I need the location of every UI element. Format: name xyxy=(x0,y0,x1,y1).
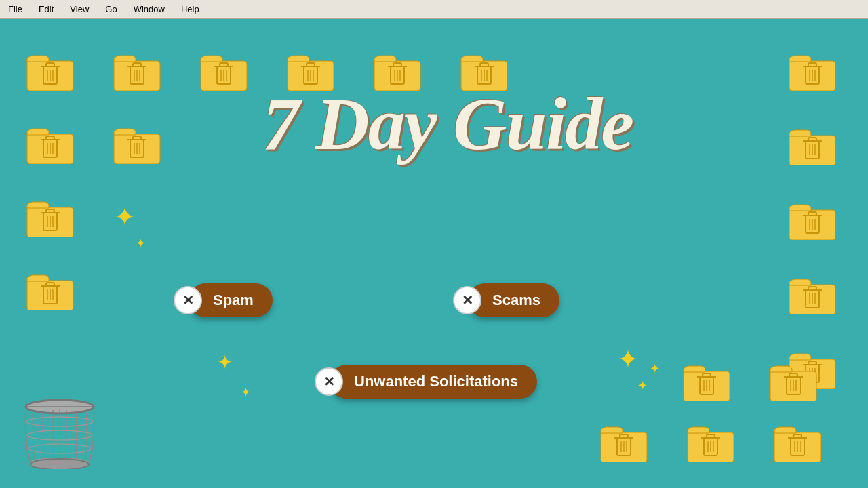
svg-line-123 xyxy=(53,410,54,465)
scams-close-button[interactable]: ✕ xyxy=(453,286,481,314)
folder-12[interactable] xyxy=(785,122,840,169)
main-area: 7 Day Guide ✦ ✦ ✦ ✦ ✦ ✦ ✦ ✕ Spam ✕ Scams… xyxy=(0,19,868,488)
unwanted-close-button[interactable]: ✕ xyxy=(315,367,343,396)
sparkle-7: ✦ xyxy=(637,378,648,393)
sparkle-3: ✦ xyxy=(217,351,233,373)
menu-go[interactable]: Go xyxy=(102,3,119,16)
unwanted-label: Unwanted Solicitations xyxy=(330,365,537,399)
svg-line-126 xyxy=(76,411,77,465)
svg-line-127 xyxy=(85,413,87,464)
menu-file[interactable]: File xyxy=(5,3,25,16)
folder-17[interactable] xyxy=(766,358,821,405)
main-title: 7 Day Guide xyxy=(176,87,719,161)
folder-20[interactable] xyxy=(770,419,825,466)
folder-14[interactable] xyxy=(785,271,840,319)
spam-tag[interactable]: ✕ Spam xyxy=(174,283,273,317)
svg-line-121 xyxy=(33,413,34,464)
sparkle-5: ✦ xyxy=(617,344,639,374)
folder-8[interactable] xyxy=(110,121,164,168)
menu-edit[interactable]: Edit xyxy=(36,3,56,16)
folder-2[interactable] xyxy=(110,47,164,95)
folder-18[interactable] xyxy=(597,419,651,466)
menu-window[interactable]: Window xyxy=(131,3,167,16)
folder-16[interactable] xyxy=(679,358,734,405)
folder-9[interactable] xyxy=(23,194,77,241)
sparkle-4: ✦ xyxy=(241,385,251,400)
sparkle-6: ✦ xyxy=(650,361,660,376)
folder-7[interactable] xyxy=(23,121,77,168)
scams-label: Scams xyxy=(468,283,559,317)
trash-can[interactable] xyxy=(19,374,100,469)
menubar: File Edit View Go Window Help xyxy=(0,0,868,19)
svg-point-133 xyxy=(31,459,89,469)
folder-10[interactable] xyxy=(23,267,77,314)
menu-help[interactable]: Help xyxy=(178,3,202,16)
menu-view[interactable]: View xyxy=(67,3,92,16)
spam-close-button[interactable]: ✕ xyxy=(174,286,202,314)
sparkle-2: ✦ xyxy=(136,236,146,251)
folder-13[interactable] xyxy=(785,197,840,244)
folder-19[interactable] xyxy=(684,419,738,466)
svg-line-125 xyxy=(66,410,66,465)
sparkle-1: ✦ xyxy=(114,202,136,232)
title-container: 7 Day Guide xyxy=(176,87,719,161)
svg-line-122 xyxy=(43,411,43,465)
scams-tag[interactable]: ✕ Scams xyxy=(453,283,559,317)
folder-11[interactable] xyxy=(785,47,840,95)
folder-1[interactable] xyxy=(23,47,77,95)
unwanted-tag[interactable]: ✕ Unwanted Solicitations xyxy=(315,365,537,399)
